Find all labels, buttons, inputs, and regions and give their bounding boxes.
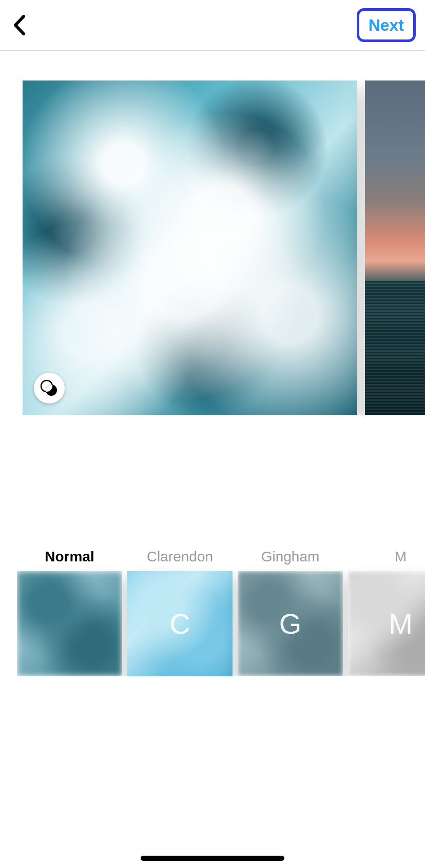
filter-label: Clarendon xyxy=(147,542,213,571)
svg-point-5 xyxy=(388,385,399,396)
header-bar: Next xyxy=(0,0,425,51)
filter-label: M xyxy=(395,542,407,571)
preview-image-1[interactable] xyxy=(23,80,357,415)
back-button[interactable] xyxy=(9,15,30,35)
chevron-left-icon xyxy=(13,15,26,35)
home-indicator xyxy=(141,856,284,861)
preview-image-2[interactable] xyxy=(365,80,425,415)
next-button-label: Next xyxy=(369,16,404,34)
filter-label: Normal xyxy=(45,542,94,571)
filter-thumbnail: C xyxy=(127,571,233,676)
preview-carousel[interactable] xyxy=(23,80,425,415)
filter-option-gingham[interactable]: Gingham G xyxy=(238,542,343,676)
filters-strip[interactable]: Normal Clarendon C Gingham G M M xyxy=(17,542,425,676)
next-button[interactable]: Next xyxy=(357,8,416,42)
venn-contrast-icon xyxy=(382,379,401,397)
filter-letter: G xyxy=(238,571,343,676)
filter-label: Gingham xyxy=(261,542,320,571)
filter-option-clarendon[interactable]: Clarendon C xyxy=(127,542,233,676)
svg-point-6 xyxy=(383,380,395,392)
filter-thumbnail: M xyxy=(348,571,425,676)
venn-contrast-icon xyxy=(40,379,59,397)
filter-letter: M xyxy=(348,571,425,676)
lux-adjust-button[interactable] xyxy=(34,373,65,403)
filter-option-moon[interactable]: M M xyxy=(348,542,425,676)
filter-option-normal[interactable]: Normal xyxy=(17,542,122,676)
filter-letter: C xyxy=(127,571,233,676)
svg-point-4 xyxy=(383,380,395,392)
filter-thumbnail xyxy=(17,571,122,676)
filter-letter xyxy=(17,571,122,676)
lux-adjust-button[interactable] xyxy=(376,373,407,403)
filter-thumbnail: G xyxy=(238,571,343,676)
